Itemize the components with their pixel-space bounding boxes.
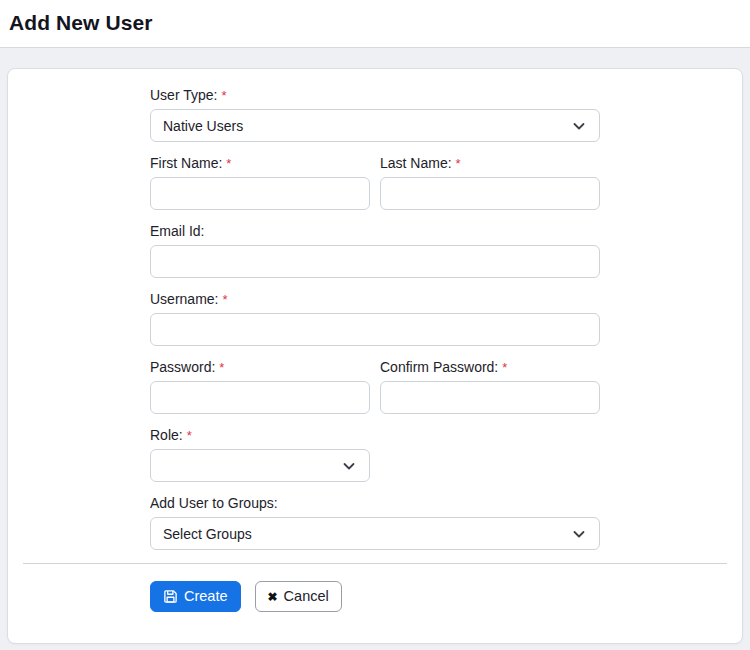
groups-selected-value: Select Groups — [163, 526, 252, 542]
cancel-button-label: Cancel — [284, 589, 329, 604]
create-button[interactable]: Create — [150, 581, 241, 612]
username-label: Username:* — [150, 291, 600, 307]
last-name-input[interactable] — [380, 177, 600, 210]
user-type-select[interactable]: Native Users — [150, 109, 600, 142]
field-name-row: First Name:* Last Name:* — [150, 155, 600, 210]
required-asterisk: * — [222, 292, 227, 307]
confirm-password-input[interactable] — [380, 381, 600, 414]
user-type-label: User Type:* — [150, 87, 600, 103]
role-label: Role:* — [150, 427, 600, 443]
page-header: Add New User — [0, 0, 750, 48]
role-select[interactable] — [150, 449, 370, 482]
last-name-label: Last Name:* — [380, 155, 600, 171]
field-password-row: Password:* Confirm Password:* — [150, 359, 600, 414]
username-input[interactable] — [150, 313, 600, 346]
first-name-input[interactable] — [150, 177, 370, 210]
field-last-name: Last Name:* — [380, 155, 600, 210]
chevron-down-icon — [571, 526, 587, 542]
add-user-card: User Type:* Native Users First Name:* — [7, 68, 743, 644]
first-name-label: First Name:* — [150, 155, 370, 171]
user-type-selected-value: Native Users — [163, 118, 243, 134]
x-icon: ✖ — [268, 591, 278, 603]
field-role: Role:* — [150, 427, 600, 482]
required-asterisk: * — [226, 156, 231, 171]
form-footer: Create ✖ Cancel — [150, 564, 600, 612]
required-asterisk: * — [502, 360, 507, 375]
field-groups: Add User to Groups: Select Groups — [150, 495, 600, 550]
field-username: Username:* — [150, 291, 600, 346]
password-label: Password:* — [150, 359, 370, 375]
confirm-password-label: Confirm Password:* — [380, 359, 600, 375]
create-button-label: Create — [184, 589, 228, 604]
field-email: Email Id: — [150, 223, 600, 278]
chevron-down-icon — [341, 458, 357, 474]
cancel-button[interactable]: ✖ Cancel — [255, 581, 342, 612]
add-user-form: User Type:* Native Users First Name:* — [150, 87, 600, 550]
required-asterisk: * — [219, 360, 224, 375]
field-confirm-password: Confirm Password:* — [380, 359, 600, 414]
page-title: Add New User — [9, 11, 740, 35]
page-content: User Type:* Native Users First Name:* — [0, 48, 750, 650]
required-asterisk: * — [456, 156, 461, 171]
password-input[interactable] — [150, 381, 370, 414]
field-password: Password:* — [150, 359, 370, 414]
field-first-name: First Name:* — [150, 155, 370, 210]
email-input[interactable] — [150, 245, 600, 278]
required-asterisk: * — [187, 428, 192, 443]
groups-label: Add User to Groups: — [150, 495, 600, 511]
save-icon — [163, 589, 178, 604]
required-asterisk: * — [221, 88, 226, 103]
field-user-type: User Type:* Native Users — [150, 87, 600, 142]
email-label: Email Id: — [150, 223, 600, 239]
chevron-down-icon — [571, 118, 587, 134]
groups-select[interactable]: Select Groups — [150, 517, 600, 550]
